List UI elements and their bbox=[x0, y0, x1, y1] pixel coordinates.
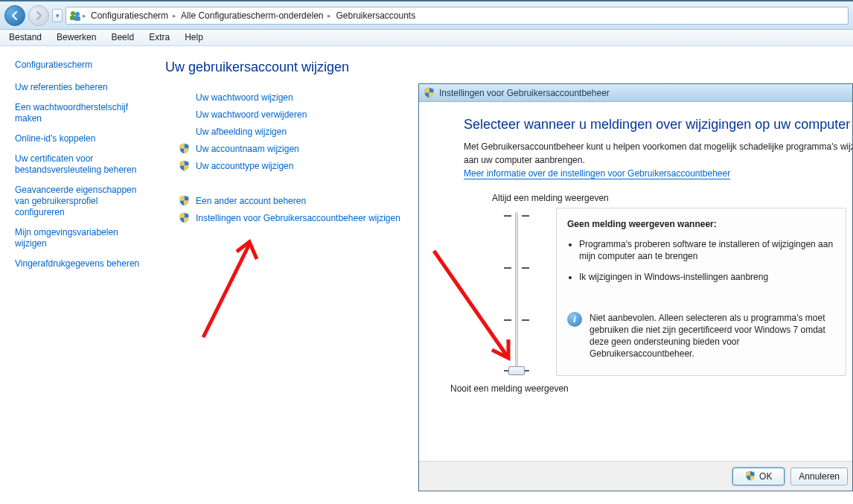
panel-bullet: Ik wijzigingen in Windows-instellingen a… bbox=[579, 271, 835, 283]
shield-icon bbox=[179, 212, 190, 223]
panel-heading: Geen melding weergeven wanneer: bbox=[567, 219, 835, 229]
breadcrumb-item[interactable]: Gebruikersaccounts bbox=[333, 10, 418, 21]
svg-point-0 bbox=[71, 11, 75, 16]
uac-description: Met Gebruikersaccountbeheer kunt u helpe… bbox=[464, 141, 851, 152]
breadcrumb-separator: ▸ bbox=[328, 12, 331, 19]
sidebar-link[interactable]: Vingerafdrukgegevens beheren bbox=[15, 258, 149, 269]
menu-bar: Bestand Bewerken Beeld Extra Help bbox=[0, 30, 853, 46]
back-button[interactable] bbox=[4, 5, 25, 26]
page-heading: Uw gebruikersaccount wijzigen bbox=[165, 60, 846, 75]
action-link[interactable]: Instellingen voor Gebruikersaccountbehee… bbox=[196, 213, 400, 223]
menu-item[interactable]: Extra bbox=[141, 30, 177, 45]
breadcrumb-separator: ▸ bbox=[173, 12, 176, 19]
uac-description: aan uw computer aanbrengen. bbox=[464, 155, 851, 165]
uac-heading: Selecteer wanneer u meldingen over wijzi… bbox=[464, 117, 852, 133]
shield-icon bbox=[179, 160, 190, 171]
svg-rect-3 bbox=[74, 16, 80, 21]
sidebar-link[interactable]: Online-id's koppelen bbox=[15, 133, 149, 144]
action-link[interactable]: Een ander account beheren bbox=[196, 196, 306, 206]
uac-more-info-link[interactable]: Meer informatie over de instellingen voo… bbox=[464, 168, 730, 179]
history-dropdown[interactable]: ▾ bbox=[52, 9, 63, 22]
info-icon: i bbox=[567, 312, 582, 327]
panel-bullet: Programma's proberen software te install… bbox=[579, 238, 835, 262]
shield-icon bbox=[745, 470, 756, 482]
cancel-button[interactable]: Annuleren bbox=[790, 468, 848, 485]
sidebar-link[interactable]: Geavanceerde eigenschappen van gebruiker… bbox=[15, 185, 149, 218]
shield-icon bbox=[424, 87, 435, 98]
slider-thumb[interactable] bbox=[508, 366, 525, 375]
menu-item[interactable]: Bewerken bbox=[49, 30, 103, 45]
uac-settings-window: Instellingen voor Gebruikersaccountbehee… bbox=[418, 83, 853, 491]
action-link[interactable]: Uw wachtwoord wijzigen bbox=[196, 92, 293, 103]
address-bar[interactable]: ▸ Configuratiescherm ▸ Alle Configuratie… bbox=[66, 7, 849, 25]
uac-title: Instellingen voor Gebruikersaccountbehee… bbox=[439, 88, 610, 98]
sidebar-link[interactable]: Uw certificaten voor bestandsversleuteli… bbox=[15, 153, 149, 176]
menu-item[interactable]: Beeld bbox=[103, 30, 141, 45]
user-accounts-icon bbox=[69, 10, 81, 22]
navigation-bar: ▾ ▸ Configuratiescherm ▸ Alle Configurat… bbox=[0, 0, 853, 30]
slider-bottom-label: Nooit een melding weergeven bbox=[450, 383, 852, 394]
shield-icon bbox=[179, 195, 190, 206]
action-link[interactable]: Uw accounttype wijzigen bbox=[196, 161, 293, 171]
action-link[interactable]: Uw afbeelding wijzigen bbox=[196, 127, 287, 137]
menu-item[interactable]: Bestand bbox=[1, 30, 49, 45]
uac-slider[interactable] bbox=[486, 208, 546, 379]
uac-footer: OK Annuleren bbox=[419, 461, 852, 491]
sidebar-link[interactable]: Uw referenties beheren bbox=[15, 82, 149, 93]
panel-warning: Niet aanbevolen. Alleen selecteren als u… bbox=[590, 312, 835, 360]
sidebar: Configuratiescherm Uw referenties behere… bbox=[0, 46, 158, 504]
sidebar-link[interactable]: Een wachtwoordherstelschijf maken bbox=[15, 102, 149, 124]
uac-info-panel: Geen melding weergeven wanneer: Programm… bbox=[556, 208, 846, 376]
action-link[interactable]: Uw accountnaam wijzigen bbox=[196, 144, 299, 154]
slider-top-label: Altijd een melding weergeven bbox=[492, 193, 852, 203]
breadcrumb-item[interactable]: Alle Configuratiescherm-onderdelen bbox=[178, 10, 326, 21]
menu-item[interactable]: Help bbox=[177, 30, 211, 45]
ok-button[interactable]: OK bbox=[732, 468, 785, 485]
breadcrumb-separator: ▸ bbox=[83, 12, 86, 19]
action-link[interactable]: Uw wachtwoord verwijderen bbox=[196, 109, 307, 120]
uac-titlebar[interactable]: Instellingen voor Gebruikersaccountbehee… bbox=[419, 84, 852, 102]
forward-button[interactable] bbox=[28, 5, 49, 26]
shield-icon bbox=[179, 143, 190, 154]
svg-point-2 bbox=[75, 12, 80, 16]
sidebar-title-link[interactable]: Configuratiescherm bbox=[15, 60, 150, 70]
sidebar-link[interactable]: Mijn omgevingsvariabelen wijzigen bbox=[15, 227, 149, 249]
breadcrumb-item[interactable]: Configuratiescherm bbox=[88, 10, 171, 21]
